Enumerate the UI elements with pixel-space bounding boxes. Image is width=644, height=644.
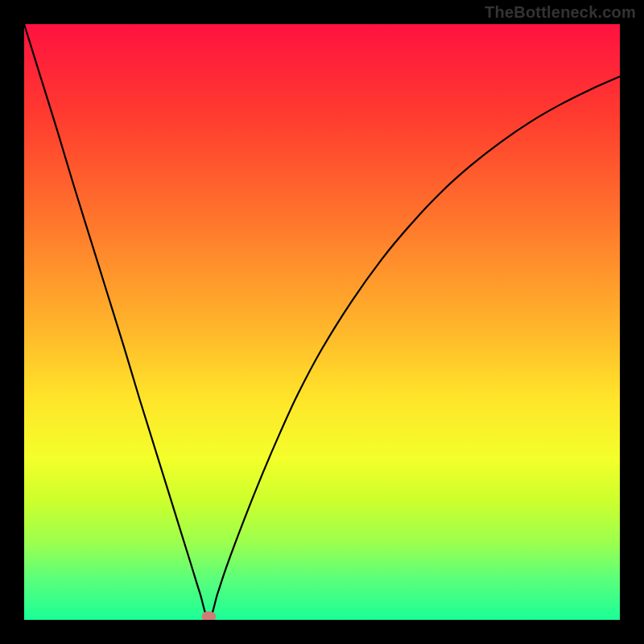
plot-area <box>24 24 620 620</box>
chart-frame: TheBottleneck.com <box>0 0 644 644</box>
watermark-text: TheBottleneck.com <box>485 3 636 22</box>
plot-svg <box>24 24 620 620</box>
gradient-background <box>24 24 620 620</box>
